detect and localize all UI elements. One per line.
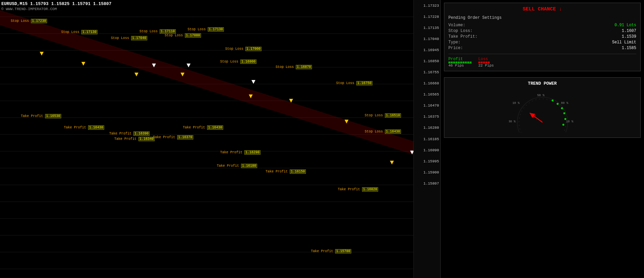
takeprofit-label: Take Profit: [448,34,477,39]
price-label-17: 1.15807 [424,182,439,186]
stop-loss-label-3: Stop Loss 1.17040 [111,36,147,40]
profit-dot-9 [467,62,469,64]
svg-point-21 [557,103,559,105]
price-label-14: 1.16090 [424,148,439,152]
type-value: Sell Limit [612,40,636,45]
stop-loss-label-4: Stop Loss 1.17110 [139,30,176,33]
right-panel: SELL CHANCE ↓ Pending Order Settings Vol… [440,0,644,278]
take-profit-label-1: Take Profit 1.16530 [21,114,61,118]
order-row-price: Price: 1.1585 [448,46,636,50]
price-value: 1.1585 [622,46,636,50]
price-label-5: 1.16945 [424,48,439,52]
stop-loss-label-6: Stop Loss 1.17130 [188,28,224,31]
price-label-13: 1.16185 [424,137,439,141]
price-label-3: 1.17135 [424,26,439,30]
svg-text:50 %: 50 % [537,94,545,97]
profit-pips: 46 Pips [448,64,472,68]
svg-point-25 [562,124,564,126]
order-row-volume: Volume: 0.91 Lots [448,23,636,28]
price-label-9: 1.16565 [424,92,439,96]
take-profit-label-9: Take Profit 1.16150 [266,170,306,173]
chart-header: EURUSD,M15 1.15793 1.15825 1.15791 1.158… [1,1,112,11]
svg-text:80 %: 80 % [561,102,568,105]
price-label-16: 1.15900 [424,170,439,174]
profit-dot-10 [470,62,472,64]
svg-point-18 [517,97,568,132]
profit-section: Profit 46 Pips [448,57,472,68]
stop-loss-label-8: Stop Loss 1.16900 [220,60,256,64]
profit-dot-8 [465,62,467,64]
stoploss-label: Stop Loss: [448,29,473,33]
take-profit-label-10: Take Profit 1.16020 [338,188,378,191]
price-label-7: 1.16755 [424,70,439,74]
stop-loss-label-12: Stop Loss 1.16430 [365,130,401,133]
trend-power-title: TREND POWER [448,81,636,86]
take-profit-label-8: Take Profit 1.16180 [217,164,257,168]
take-profit-label-2: Take Profit 1.16430 [64,126,104,129]
svg-text:10 %: 10 % [566,120,573,123]
volume-value: 0.91 Lots [614,23,636,28]
price-label-right: Price: [448,46,463,50]
stop-loss-label-11: Stop Loss 1.16510 [365,114,401,117]
trend-gauge: 50 % 80 % 10 % 30 % 50 % 80 % 10 % 30 % [509,89,576,132]
profit-label: Profit [448,57,472,62]
stop-loss-label-1: Stop Loss 1.17230 [11,19,47,23]
type-label: Type: [448,40,460,45]
svg-text:10 %: 10 % [512,102,520,105]
website-label: © WWW.TREND-IMPERATOR.COM [1,7,112,11]
order-row-stoploss: Stop Loss: 1.1607 [448,29,636,33]
svg-point-20 [552,100,554,102]
stop-loss-label-9: Stop Loss 1.16870 [276,65,312,69]
svg-point-19 [519,99,566,132]
sell-chance-box: SELL CHANCE ↓ Pending Order Settings Vol… [444,3,641,71]
loss-section: Loss 22 Pips [478,57,494,68]
price-axis: 1.17323 1.17228 1.17135 1.17040 1.16945 … [413,0,440,278]
profit-loss-container: Profit 46 Pips [448,57,636,68]
price-label-1: 1.17323 [424,4,439,8]
profit-loss-section: Profit 46 Pips [448,54,636,68]
svg-line-26 [530,113,542,122]
chart-title: EURUSD,M15 1.15793 1.15825 1.15791 1.158… [1,1,112,6]
sell-chance-title: SELL CHANCE ↓ [448,6,636,12]
order-row-type: Type: Sell Limit [448,40,636,45]
stop-loss-label-7: Stop Loss 1.17000 [225,47,261,51]
chart-area: EURUSD,M15 1.15793 1.15825 1.15791 1.158… [0,0,440,278]
stop-loss-label-2: Stop Loss 1.17130 [61,30,97,34]
candlestick-chart: (function() { var svg = document.getElem… [0,0,413,278]
svg-point-23 [563,112,565,114]
price-label-2: 1.17228 [424,15,439,19]
price-label-8: 1.16660 [424,81,439,85]
price-label-11: 1.16375 [424,115,439,119]
take-profit-label-3: Take Profit 1.16390 [109,132,150,135]
trend-power-box: TREND POWER 50 % 80 % 10 % [444,77,641,138]
svg-text:80 %: 80 % [509,120,516,123]
loss-pips: 22 Pips [478,64,494,68]
price-label-15: 1.15995 [424,159,439,163]
stoploss-value: 1.1607 [622,29,636,33]
take-profit-label-7: Take Profit 1.16290 [220,151,260,154]
price-label-6: 1.16850 [424,59,439,63]
take-profit-label-6: Take Profit 1.16430 [183,126,223,129]
take-profit-label-4: Take Profit 1.16340 [114,137,155,141]
stop-loss-label-5: Stop Loss 1.17080 [165,34,201,37]
price-label-4: 1.17040 [424,37,439,41]
price-label-12: 1.16280 [424,126,439,130]
order-row-takeprofit: Take Profit: 1.1539 [448,34,636,39]
volume-label: Volume: [448,23,465,28]
takeprofit-value: 1.1539 [622,34,636,39]
svg-point-22 [561,107,563,109]
pending-order-title: Pending Order Settings [448,15,636,20]
loss-label: Loss [478,57,494,62]
price-label-10: 1.16470 [424,104,439,108]
take-profit-label-5: Take Profit 1.16370 [153,135,193,139]
stop-loss-label-10: Stop Loss 1.16750 [336,81,372,85]
take-profit-label-11: Take Profit 1.15780 [311,249,351,253]
